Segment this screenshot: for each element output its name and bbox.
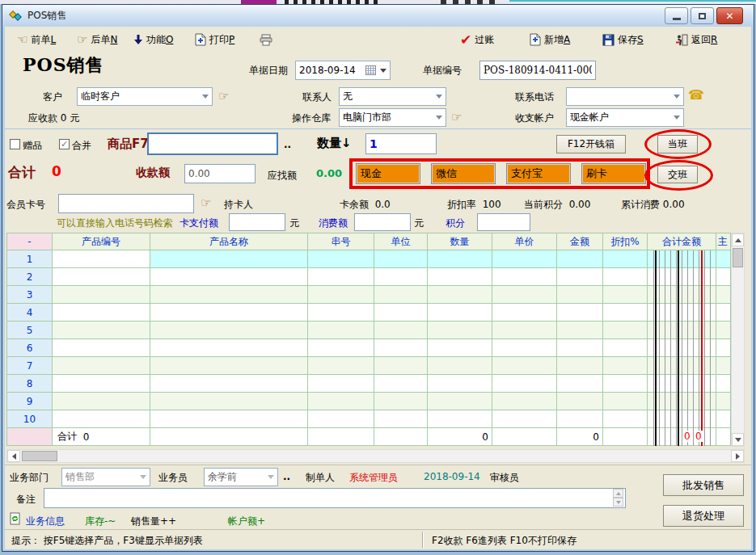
table-row[interactable]: 4 xyxy=(7,304,731,322)
toolbar-print-button[interactable]: 打印P xyxy=(192,30,237,49)
table-row[interactable]: 7 xyxy=(7,357,731,375)
grid-cell[interactable] xyxy=(492,268,557,286)
grid-cell[interactable] xyxy=(308,304,374,322)
grid-cell[interactable] xyxy=(308,357,374,375)
restore-button[interactable] xyxy=(691,7,714,24)
grid-cell[interactable] xyxy=(716,286,731,304)
close-button[interactable]: ✕ xyxy=(716,7,743,24)
grid-cell[interactable] xyxy=(648,286,716,304)
grid-cell[interactable] xyxy=(603,286,648,304)
grid-cell[interactable] xyxy=(603,357,648,375)
grid-cell[interactable] xyxy=(716,410,731,428)
calendar-icon[interactable] xyxy=(364,65,377,75)
customer-combo[interactable]: 临时客户 xyxy=(77,87,213,106)
grid-cell[interactable] xyxy=(150,322,308,339)
grid-cell[interactable] xyxy=(557,410,603,428)
grid-cell[interactable] xyxy=(648,304,716,322)
grid-cell[interactable] xyxy=(648,250,716,268)
phone-icon[interactable] xyxy=(688,87,704,103)
grid-cell[interactable] xyxy=(557,357,603,375)
grid-cell[interactable] xyxy=(428,339,492,357)
card-pay-input[interactable] xyxy=(229,213,285,231)
grid-cell[interactable] xyxy=(308,250,374,268)
grid-cell[interactable] xyxy=(557,268,603,286)
pay-cash-button[interactable]: 现金 xyxy=(356,163,420,184)
refresh-page-icon[interactable] xyxy=(10,512,20,525)
grid-cell[interactable] xyxy=(53,250,150,268)
grid-cell[interactable] xyxy=(557,322,603,339)
remark-spin-up[interactable] xyxy=(613,489,623,498)
table-row[interactable]: 3 xyxy=(7,286,731,304)
qty-input[interactable] xyxy=(365,133,437,154)
grid-cell[interactable] xyxy=(557,250,603,268)
grid-cell[interactable] xyxy=(374,304,428,322)
account-combo[interactable]: 现金帐户 xyxy=(566,108,684,127)
grid-cell[interactable] xyxy=(53,268,150,286)
grid-cell[interactable] xyxy=(428,304,492,322)
grid-cell[interactable] xyxy=(648,375,716,393)
grid-cell[interactable] xyxy=(308,410,374,428)
grid-cell[interactable] xyxy=(374,322,428,339)
minimize-button[interactable] xyxy=(665,7,688,24)
grid-cell[interactable] xyxy=(374,339,428,357)
onduty-button[interactable]: 当班 xyxy=(657,135,698,153)
grid-cell[interactable] xyxy=(150,410,308,428)
received-input[interactable] xyxy=(184,164,256,183)
contact-combo[interactable]: 无 xyxy=(339,87,446,106)
grid-cell[interactable] xyxy=(492,410,557,428)
grid-cell[interactable] xyxy=(492,322,557,339)
grid-cell[interactable] xyxy=(308,375,374,393)
grid-cell[interactable] xyxy=(308,393,374,410)
warehouse-combo[interactable]: 电脑门市部 xyxy=(339,108,446,127)
grid-cell[interactable] xyxy=(716,322,731,339)
grid-cell[interactable] xyxy=(492,339,557,357)
pay-card-button[interactable]: 刷卡 xyxy=(581,163,646,184)
grid-cell[interactable] xyxy=(603,339,648,357)
grid-cell[interactable] xyxy=(150,268,308,286)
pay-wechat-button[interactable]: 微信 xyxy=(431,163,496,184)
member-card-input[interactable] xyxy=(58,194,194,213)
grid-cell[interactable] xyxy=(492,304,557,322)
scroll-up-arrow[interactable] xyxy=(732,233,744,246)
grid-cell[interactable] xyxy=(150,357,308,375)
grid-cell[interactable] xyxy=(150,286,308,304)
toolbar-printer-button[interactable] xyxy=(257,30,276,49)
grid-cell[interactable] xyxy=(53,410,150,428)
grid-cell[interactable] xyxy=(428,322,492,339)
grid-cell[interactable] xyxy=(716,375,731,393)
grid-cell[interactable] xyxy=(648,410,716,428)
grid-cell[interactable] xyxy=(716,250,731,268)
toolbar-functions-button[interactable]: 功能O xyxy=(131,30,175,49)
table-row[interactable]: 2 xyxy=(7,268,731,286)
grid-cell[interactable] xyxy=(557,339,603,357)
scroll-left-arrow[interactable] xyxy=(7,450,20,462)
grid-cell[interactable] xyxy=(428,250,492,268)
date-input[interactable]: 2018-09-14 xyxy=(295,61,391,80)
grid-cell[interactable] xyxy=(492,357,557,375)
scroll-down-arrow[interactable] xyxy=(732,433,744,446)
date-dropdown-icon[interactable] xyxy=(377,69,390,73)
table-row[interactable]: 10 xyxy=(7,410,731,428)
grid-cell[interactable] xyxy=(308,286,374,304)
grid-cell[interactable] xyxy=(603,322,648,339)
grid-cell[interactable] xyxy=(374,357,428,375)
grid-cell[interactable] xyxy=(53,304,150,322)
grid-cell[interactable] xyxy=(716,304,731,322)
grid-cell[interactable] xyxy=(603,393,648,410)
customer-lookup-icon[interactable] xyxy=(218,89,229,103)
toolbar-next-button[interactable]: 后单N xyxy=(74,30,120,49)
grid-cell[interactable] xyxy=(557,286,603,304)
grid-cell[interactable] xyxy=(53,393,150,410)
grid-cell[interactable] xyxy=(603,268,648,286)
grid-cell[interactable] xyxy=(603,250,648,268)
toolbar-save-button[interactable]: 保存S xyxy=(600,30,646,49)
wholesale-button[interactable]: 批发销售 xyxy=(663,474,744,496)
grid-cell[interactable] xyxy=(374,393,428,410)
grid-cell[interactable] xyxy=(150,250,308,268)
remark-spin-down[interactable] xyxy=(613,498,623,507)
salesman-combo[interactable]: 余学前 xyxy=(204,468,278,486)
grid-cell[interactable] xyxy=(428,357,492,375)
grid-cell[interactable] xyxy=(53,375,150,393)
grid-cell[interactable] xyxy=(308,339,374,357)
grid-cell[interactable] xyxy=(603,304,648,322)
